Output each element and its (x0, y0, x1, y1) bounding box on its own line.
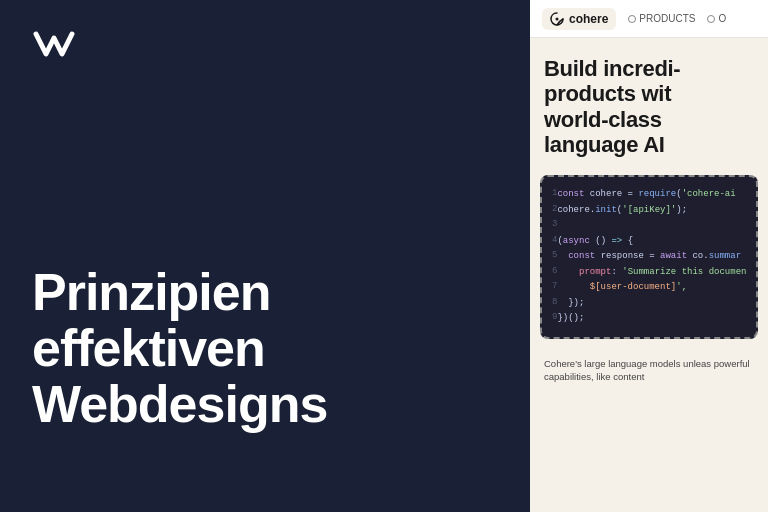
cohere-navbar: cohere PRODUCTS O (530, 0, 768, 38)
right-panel: cohere PRODUCTS O Build incredi- product… (530, 0, 768, 512)
code-line-1: 1 const cohere = require('cohere-ai (552, 187, 746, 203)
hero-title: Build incredi- products wit world-class … (544, 56, 754, 157)
code-line-2: 2 cohere.init('[apiKey]'); (552, 203, 746, 219)
cohere-leaf-icon (550, 12, 564, 26)
svg-point-0 (556, 17, 559, 20)
left-panel: Prinzipien effektiven Webdesigns (0, 0, 530, 512)
code-line-7: 7 $[user-document]', (552, 280, 746, 296)
nav-circle-icon-2 (707, 15, 715, 23)
description-section: Cohere's large language models unleas po… (530, 347, 768, 395)
nav-circle-icon (628, 15, 636, 23)
code-line-5: 5 const response = await co.summar (552, 249, 746, 265)
cohere-logo-text: cohere (569, 12, 608, 26)
code-line-3: 3 (552, 218, 746, 234)
cohere-logo[interactable]: cohere (542, 8, 616, 30)
nav-other[interactable]: O (707, 13, 726, 24)
logo-area (32, 28, 498, 64)
code-table: 1 const cohere = require('cohere-ai 2 co… (552, 187, 746, 327)
code-line-4: 4 (async () => { (552, 234, 746, 250)
hero-section: Build incredi- products wit world-class … (530, 38, 768, 167)
nav-products[interactable]: PRODUCTS (628, 13, 695, 24)
code-line-6: 6 prompt: 'Summarize this documen (552, 265, 746, 281)
description-text: Cohere's large language models unleas po… (544, 357, 754, 385)
code-line-9: 9 })(); (552, 311, 746, 327)
main-heading: Prinzipien effektiven Webdesigns (32, 264, 498, 432)
page-title: Prinzipien effektiven Webdesigns (32, 264, 498, 432)
code-block: 1 const cohere = require('cohere-ai 2 co… (540, 175, 758, 339)
brand-logo-icon (32, 28, 76, 64)
code-line-8: 8 }); (552, 296, 746, 312)
